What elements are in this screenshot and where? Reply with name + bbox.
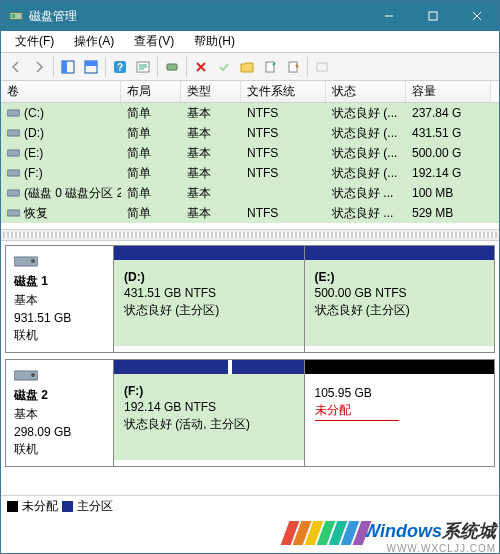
- col-fs[interactable]: 文件系统: [241, 81, 326, 102]
- partition-e[interactable]: (E:)500.00 GB NTFS状态良好 (主分区): [304, 246, 495, 352]
- window: 磁盘管理 文件(F) 操作(A) 查看(V) 帮助(H) ? 卷: [0, 0, 500, 554]
- svg-rect-19: [317, 63, 327, 71]
- maximize-button[interactable]: [411, 1, 455, 31]
- svg-rect-7: [62, 61, 67, 73]
- svg-rect-1: [12, 14, 16, 18]
- legend-swatch-unallocated: [7, 501, 18, 512]
- partition-f[interactable]: (F:)192.14 GB NTFS状态良好 (活动, 主分区): [114, 360, 304, 466]
- menu-file[interactable]: 文件(F): [5, 31, 64, 52]
- svg-rect-18: [289, 62, 297, 72]
- volume-list-header[interactable]: 卷 布局 类型 文件系统 状态 容量: [1, 81, 499, 103]
- legend-label-unallocated: 未分配: [22, 498, 58, 515]
- refresh-button[interactable]: [161, 56, 183, 78]
- extra-button[interactable]: [311, 56, 333, 78]
- volume-icon: [7, 128, 20, 138]
- check-button[interactable]: [213, 56, 235, 78]
- partition-d[interactable]: (D:)431.51 GB NTFS状态良好 (主分区): [114, 246, 304, 352]
- graphical-view[interactable]: 磁盘 1 基本 931.51 GB 联机 (D:)431.51 GB NTFS状…: [1, 241, 499, 495]
- volume-icon: [7, 168, 20, 178]
- svg-point-29: [31, 373, 35, 377]
- svg-text:?: ?: [117, 62, 123, 73]
- titlebar[interactable]: 磁盘管理: [1, 1, 499, 31]
- panel2-button[interactable]: [80, 56, 102, 78]
- volume-list[interactable]: 卷 布局 类型 文件系统 状态 容量 (C:)简单基本NTFS状态良好 (...…: [1, 81, 499, 229]
- col-volume[interactable]: 卷: [1, 81, 121, 102]
- svg-rect-21: [7, 130, 20, 136]
- disk-info: 磁盘 1 基本 931.51 GB 联机: [6, 246, 114, 352]
- col-type[interactable]: 类型: [181, 81, 241, 102]
- svg-rect-3: [429, 12, 437, 20]
- disk-row-1[interactable]: 磁盘 1 基本 931.51 GB 联机 (D:)431.51 GB NTFS状…: [5, 245, 495, 353]
- menu-help[interactable]: 帮助(H): [184, 31, 245, 52]
- back-button[interactable]: [5, 56, 27, 78]
- new-folder-button[interactable]: [236, 56, 258, 78]
- svg-rect-16: [167, 64, 177, 70]
- volume-icon: [7, 148, 20, 158]
- legend-swatch-primary: [62, 501, 73, 512]
- volume-row[interactable]: (F:)简单基本NTFS状态良好 (...192.14 G: [1, 163, 499, 183]
- partition-unallocated[interactable]: 105.95 GB未分配: [304, 360, 495, 466]
- col-layout[interactable]: 布局: [121, 81, 181, 102]
- app-icon: [9, 9, 23, 23]
- svg-rect-17: [266, 62, 274, 72]
- menu-view[interactable]: 查看(V): [124, 31, 184, 52]
- help-button[interactable]: ?: [109, 56, 131, 78]
- volume-row[interactable]: (C:)简单基本NTFS状态良好 (...237.84 G: [1, 103, 499, 123]
- legend: 未分配 主分区: [1, 495, 499, 517]
- disk-icon: [14, 254, 38, 268]
- volume-icon: [7, 208, 20, 218]
- volume-row[interactable]: (磁盘 0 磁盘分区 2)简单基本状态良好 ...100 MB: [1, 183, 499, 203]
- svg-point-27: [31, 259, 35, 263]
- svg-rect-24: [7, 190, 20, 196]
- col-capacity[interactable]: 容量: [406, 81, 491, 102]
- disk-info: 磁盘 2 基本 298.09 GB 联机: [6, 360, 114, 466]
- disk-row-2[interactable]: 磁盘 2 基本 298.09 GB 联机 (F:)192.14 GB NTFS状…: [5, 359, 495, 467]
- minimize-button[interactable]: [367, 1, 411, 31]
- menu-operate[interactable]: 操作(A): [64, 31, 124, 52]
- col-status[interactable]: 状态: [326, 81, 406, 102]
- window-title: 磁盘管理: [29, 8, 367, 25]
- toolbar: ?: [1, 53, 499, 81]
- svg-rect-9: [85, 61, 97, 66]
- svg-rect-20: [7, 110, 20, 116]
- volume-icon: [7, 188, 20, 198]
- svg-rect-23: [7, 170, 20, 176]
- volume-row[interactable]: (E:)简单基本NTFS状态良好 (...500.00 G: [1, 143, 499, 163]
- panel1-button[interactable]: [57, 56, 79, 78]
- menubar: 文件(F) 操作(A) 查看(V) 帮助(H): [1, 31, 499, 53]
- splitter[interactable]: [1, 229, 499, 241]
- attach-button[interactable]: [259, 56, 281, 78]
- legend-label-primary: 主分区: [77, 498, 113, 515]
- volume-icon: [7, 108, 20, 118]
- svg-rect-25: [7, 210, 20, 216]
- delete-button[interactable]: [190, 56, 212, 78]
- disk-icon: [14, 368, 38, 382]
- volume-row[interactable]: 恢复简单基本NTFS状态良好 ...529 MB: [1, 203, 499, 223]
- volume-row[interactable]: (D:)简单基本NTFS状态良好 (...431.51 G: [1, 123, 499, 143]
- detach-button[interactable]: [282, 56, 304, 78]
- properties-button[interactable]: [132, 56, 154, 78]
- svg-rect-22: [7, 150, 20, 156]
- close-button[interactable]: [455, 1, 499, 31]
- forward-button[interactable]: [28, 56, 50, 78]
